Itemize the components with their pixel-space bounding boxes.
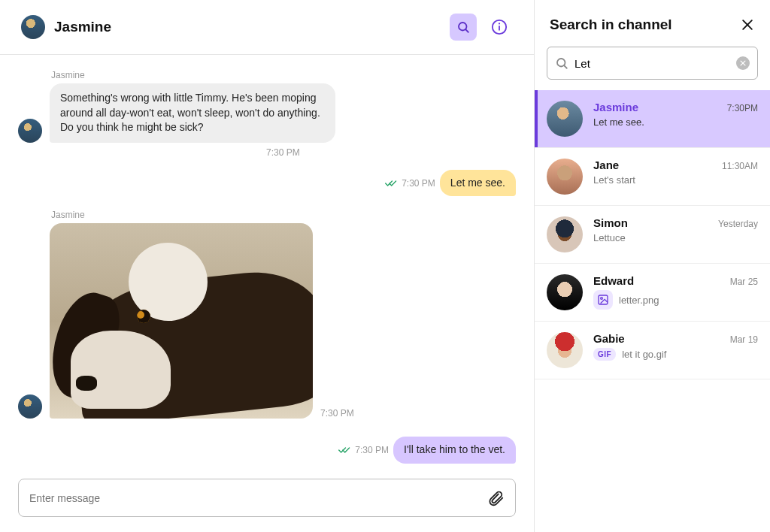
message-bubble: Let me see. xyxy=(440,170,516,197)
svg-rect-11 xyxy=(599,295,608,304)
result-avatar xyxy=(547,159,583,195)
search-input[interactable] xyxy=(574,57,736,70)
sender-label: Jasmine xyxy=(51,210,516,220)
result-time: Mar 25 xyxy=(730,277,758,287)
read-receipt-icon xyxy=(385,180,397,187)
svg-point-12 xyxy=(601,298,603,300)
search-result[interactable]: Edward Mar 25 letter.png xyxy=(535,264,770,322)
message-timestamp: 7:30 PM xyxy=(355,445,389,455)
message-outgoing-meta: 7:30 PM Let me see. xyxy=(18,170,516,197)
info-icon xyxy=(491,19,508,35)
message-timestamp: 7:30 PM xyxy=(320,408,354,419)
message-outgoing-meta: 7:30 PM I'll take him to the vet. xyxy=(18,437,516,464)
result-time: Yesterday xyxy=(718,219,758,229)
channel-info-button[interactable] xyxy=(486,14,513,41)
result-snippet: Let's start xyxy=(593,174,758,186)
search-panel-title: Search in channel xyxy=(550,17,740,33)
search-field[interactable] xyxy=(547,47,758,80)
search-panel: Search in channel Jasmine 7:30PM Let xyxy=(535,0,770,532)
result-snippet: Let me see. xyxy=(593,116,758,128)
message-input[interactable] xyxy=(29,492,488,504)
message-bubble: I'll take him to the vet. xyxy=(393,437,516,464)
close-panel-button[interactable] xyxy=(740,17,755,32)
read-receipt-icon xyxy=(338,446,350,454)
close-icon xyxy=(740,17,755,32)
result-time: 11:30AM xyxy=(722,161,758,171)
image-attachment-chip xyxy=(593,290,613,310)
sender-label: Jasmine xyxy=(51,70,516,80)
svg-line-8 xyxy=(564,65,566,68)
result-name: Jane xyxy=(593,159,722,171)
result-avatar xyxy=(547,101,583,137)
result-name: Edward xyxy=(593,274,730,287)
search-result[interactable]: Jane 11:30AM Let's start xyxy=(535,148,770,206)
search-result[interactable]: Gabie Mar 19 GIF let it go.gif xyxy=(535,322,770,379)
result-name: Simon xyxy=(593,216,718,229)
message-list[interactable]: Jasmine Something's wrong with little Ti… xyxy=(0,55,534,473)
message-avatar[interactable] xyxy=(18,119,42,143)
result-avatar xyxy=(547,216,583,252)
result-snippet: Lettuce xyxy=(593,232,758,243)
result-avatar xyxy=(547,332,583,368)
search-icon xyxy=(555,56,568,70)
result-snippet-text: letter.png xyxy=(619,295,659,306)
result-snippet-text: let it go.gif xyxy=(622,349,666,360)
result-time: Mar 19 xyxy=(730,334,758,345)
message-bubble: Something's wrong with little Timmy. He'… xyxy=(50,83,335,143)
result-snippet: GIF let it go.gif xyxy=(593,348,758,361)
message-incoming: 7:30 PM xyxy=(18,223,516,419)
message-timestamp: 7:30 PM xyxy=(402,178,435,189)
clear-search-button[interactable] xyxy=(736,56,750,70)
svg-line-1 xyxy=(465,29,468,32)
search-results: Jasmine 7:30PM Let me see. Jane 11:30AM … xyxy=(535,90,770,532)
image-attachment[interactable] xyxy=(50,223,313,419)
contact-avatar[interactable] xyxy=(21,15,45,39)
gif-attachment-chip: GIF xyxy=(593,348,616,361)
result-time: 7:30PM xyxy=(727,103,758,113)
result-name: Gabie xyxy=(593,332,730,345)
contact-name: Jasmine xyxy=(54,19,441,35)
result-avatar xyxy=(547,274,583,310)
message-incoming: Something's wrong with little Timmy. He'… xyxy=(18,83,516,143)
search-result[interactable]: Jasmine 7:30PM Let me see. xyxy=(535,90,770,148)
close-icon xyxy=(739,59,747,67)
paperclip-icon xyxy=(488,490,505,506)
search-result[interactable]: Simon Yesterday Lettuce xyxy=(535,206,770,264)
message-composer[interactable] xyxy=(18,479,516,517)
chat-header: Jasmine xyxy=(0,0,534,55)
result-name: Jasmine xyxy=(593,101,727,113)
result-snippet: letter.png xyxy=(593,290,758,310)
channel-search-button[interactable] xyxy=(450,14,477,41)
chat-pane: Jasmine Jasmine Something's wrong with l… xyxy=(0,0,535,532)
message-avatar[interactable] xyxy=(18,394,42,419)
search-panel-header: Search in channel xyxy=(535,0,770,47)
message-timestamp: 7:30 PM xyxy=(266,147,516,158)
search-icon xyxy=(456,20,470,34)
image-icon xyxy=(597,294,609,306)
svg-point-4 xyxy=(499,23,500,24)
attach-button[interactable] xyxy=(488,490,505,506)
